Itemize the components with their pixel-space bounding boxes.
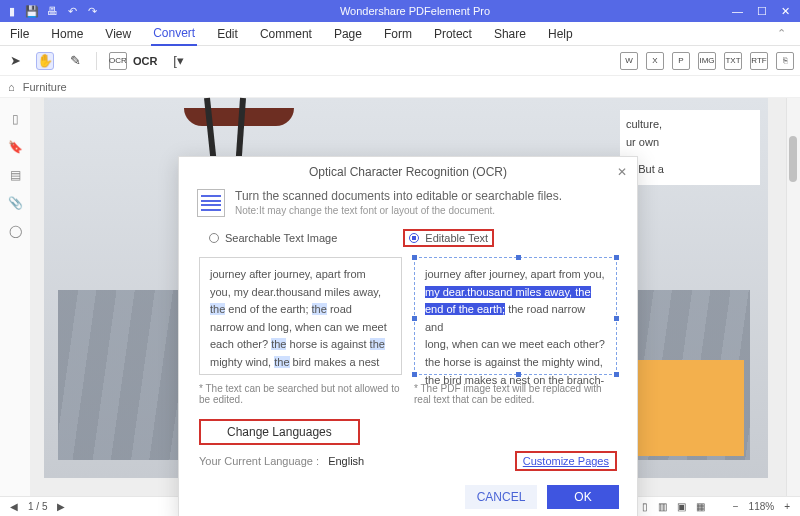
- save-icon[interactable]: 💾: [26, 5, 38, 17]
- ocr-icon[interactable]: OCR: [109, 52, 127, 70]
- customize-pages-link[interactable]: Customize Pages: [515, 451, 617, 471]
- radio-searchable-text[interactable]: Searchable Text Image: [203, 229, 343, 247]
- radio-searchable-label: Searchable Text Image: [225, 232, 337, 244]
- menu-help[interactable]: Help: [546, 23, 575, 45]
- attachments-icon[interactable]: 📎: [8, 196, 23, 210]
- edit-text-tool-icon[interactable]: ✎: [66, 52, 84, 70]
- dialog-close-button[interactable]: ✕: [617, 165, 627, 179]
- menu-edit[interactable]: Edit: [215, 23, 240, 45]
- toolbar: ➤ ✋ ✎ OCR OCR [▾ W X P IMG TXT RTF ⎘: [0, 46, 800, 76]
- menu-file[interactable]: File: [8, 23, 31, 45]
- current-language-value: English: [328, 455, 364, 467]
- thumbnails-icon[interactable]: ▯: [12, 112, 19, 126]
- print-icon[interactable]: 🖶: [46, 5, 58, 17]
- ocr-label: OCR: [133, 55, 157, 67]
- menu-convert[interactable]: Convert: [151, 22, 197, 46]
- home-icon[interactable]: ⌂: [8, 81, 15, 93]
- preview-searchable: journey after journey, apart from you, m…: [199, 257, 402, 375]
- title-bar: ▮ 💾 🖶 ↶ ↷ Wondershare PDFelement Pro ― ☐…: [0, 0, 800, 22]
- zoom-in-icon[interactable]: +: [784, 501, 790, 512]
- minimize-button[interactable]: ―: [732, 5, 743, 17]
- vertical-scrollbar[interactable]: [786, 98, 800, 496]
- menu-comment[interactable]: Comment: [258, 23, 314, 45]
- zoom-value: 118%: [749, 501, 775, 512]
- menu-home[interactable]: Home: [49, 23, 85, 45]
- change-languages-button[interactable]: Change Languages: [199, 419, 360, 445]
- radio-editable-text[interactable]: Editable Text: [403, 229, 494, 247]
- to-word-icon[interactable]: W: [620, 52, 638, 70]
- comments-icon[interactable]: ▤: [10, 168, 21, 182]
- note-searchable: * The text can be searched but not allow…: [199, 383, 402, 405]
- page-text-snippet: culture, ur own n. But a: [620, 110, 760, 185]
- bookmarks-icon[interactable]: 🔖: [8, 140, 23, 154]
- to-text-icon[interactable]: TXT: [724, 52, 742, 70]
- menu-page[interactable]: Page: [332, 23, 364, 45]
- redo-icon[interactable]: ↷: [86, 5, 98, 17]
- radio-icon: [209, 233, 219, 243]
- ocr-dialog: Optical Character Recognition (OCR) ✕ Tu…: [178, 156, 638, 516]
- radio-editable-label: Editable Text: [425, 232, 488, 244]
- preview-editable: journey after journey, apart from you, m…: [414, 257, 617, 375]
- to-image-icon[interactable]: IMG: [698, 52, 716, 70]
- search-icon[interactable]: ◯: [9, 224, 22, 238]
- to-excel-icon[interactable]: X: [646, 52, 664, 70]
- convert-dropdown-icon[interactable]: [▾: [169, 52, 187, 70]
- menu-protect[interactable]: Protect: [432, 23, 474, 45]
- view-single-icon[interactable]: ▯: [642, 501, 648, 512]
- to-rtf-icon[interactable]: RTF: [750, 52, 768, 70]
- app-title: Wondershare PDFelement Pro: [98, 5, 732, 17]
- ok-button[interactable]: OK: [547, 485, 619, 509]
- workspace: ▯ 🔖 ▤ 📎 ◯ culture, ur own n. But a Optic…: [0, 98, 800, 496]
- view-continuous-icon[interactable]: ▥: [658, 501, 667, 512]
- to-ppt-icon[interactable]: P: [672, 52, 690, 70]
- menu-form[interactable]: Form: [382, 23, 414, 45]
- breadcrumb-bar: ⌂ Furniture: [0, 76, 800, 98]
- next-page-icon[interactable]: ▶: [57, 501, 65, 512]
- dialog-subtitle: Turn the scanned documents into editable…: [235, 189, 562, 203]
- menu-bar: File Home View Convert Edit Comment Page…: [0, 22, 800, 46]
- scrollbar-thumb[interactable]: [789, 136, 797, 182]
- menu-share[interactable]: Share: [492, 23, 528, 45]
- zoom-out-icon[interactable]: −: [733, 501, 739, 512]
- breadcrumb-path[interactable]: Furniture: [23, 81, 67, 93]
- select-tool-icon[interactable]: ➤: [6, 52, 24, 70]
- prev-page-icon[interactable]: ◀: [10, 501, 18, 512]
- dialog-note: Note:It may change the text font or layo…: [235, 205, 562, 216]
- app-logo-icon: ▮: [6, 5, 18, 17]
- current-language-label: Your Current Language :: [199, 455, 319, 467]
- left-rail: ▯ 🔖 ▤ 📎 ◯: [0, 98, 30, 496]
- close-button[interactable]: ✕: [781, 5, 790, 18]
- view-facing-icon[interactable]: ▣: [677, 501, 686, 512]
- view-facing-continuous-icon[interactable]: ▦: [696, 501, 705, 512]
- document-icon: [197, 189, 225, 217]
- cancel-button[interactable]: CANCEL: [465, 485, 537, 509]
- dialog-title: Optical Character Recognition (OCR): [309, 165, 507, 179]
- maximize-button[interactable]: ☐: [757, 5, 767, 18]
- to-other-icon[interactable]: ⎘: [776, 52, 794, 70]
- hand-tool-icon[interactable]: ✋: [36, 52, 54, 70]
- page-indicator: 1 / 5: [28, 501, 47, 512]
- collapse-ribbon-icon[interactable]: ⌃: [777, 27, 792, 40]
- radio-icon: [409, 233, 419, 243]
- menu-view[interactable]: View: [103, 23, 133, 45]
- undo-icon[interactable]: ↶: [66, 5, 78, 17]
